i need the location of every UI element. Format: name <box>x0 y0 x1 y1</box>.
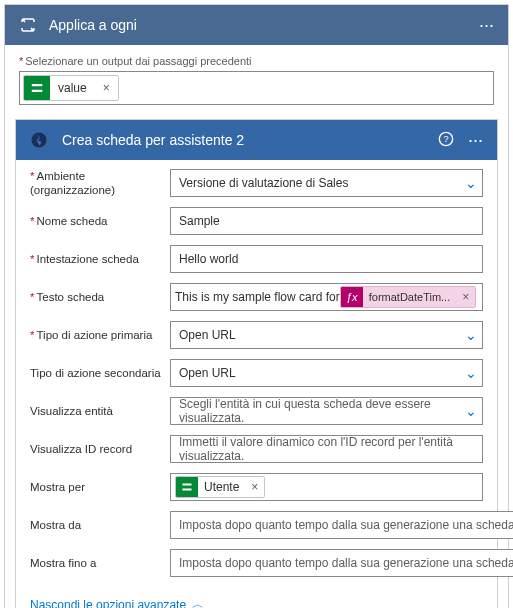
primary-action-select[interactable]: Open URL <box>170 321 483 349</box>
view-record-input[interactable]: Immetti il valore dinamico con l'ID reco… <box>170 435 483 463</box>
apply-to-each-title: Applica a ogni <box>43 17 473 33</box>
array-icon <box>24 75 50 101</box>
user-chip-label: Utente <box>198 480 245 494</box>
create-card-action: Crea scheda per assistente 2 ? ··· Ambie… <box>15 119 498 608</box>
show-until-label: Mostra fino a <box>30 557 96 569</box>
user-chip[interactable]: Utente × <box>175 476 265 498</box>
apply-to-each-card: Applica a ogni ··· Selezionare un output… <box>4 4 509 608</box>
env-label: Ambiente (organizzazione) <box>30 170 115 196</box>
view-entity-label: Visualizza entità <box>30 405 113 417</box>
select-output-label: Selezionare un output dai passaggi prece… <box>5 45 508 71</box>
create-card-menu[interactable]: ··· <box>462 130 489 151</box>
show-from-input[interactable]: Imposta dopo quanto tempo dalla sua gene… <box>170 511 513 539</box>
apply-to-each-header[interactable]: Applica a ogni ··· <box>5 5 508 45</box>
primary-action-label: Tipo di azione primaria <box>30 329 152 341</box>
dynamics-icon <box>24 125 54 155</box>
card-header-input[interactable]: Hello world <box>170 245 483 273</box>
svg-point-0 <box>32 133 47 148</box>
card-text-input[interactable]: This is my sample flow card for ƒx forma… <box>170 283 483 311</box>
form-body: Ambiente (organizzazione) Versione di va… <box>16 160 497 590</box>
help-icon[interactable]: ? <box>430 131 462 150</box>
secondary-action-label: Tipo di azione secondaria <box>30 367 161 379</box>
fx-chip-remove[interactable]: × <box>456 290 475 304</box>
card-header-label: Intestazione scheda <box>30 253 139 265</box>
card-text-label: Testo scheda <box>30 291 104 303</box>
fx-chip[interactable]: ƒx formatDateTim... × <box>340 286 477 308</box>
env-select[interactable]: Versione di valutazione di Sales <box>170 169 483 197</box>
show-until-input[interactable]: Imposta dopo quanto tempo dalla sua gene… <box>170 549 513 577</box>
show-from-label: Mostra da <box>30 519 81 531</box>
create-card-header[interactable]: Crea scheda per assistente 2 ? ··· <box>16 120 497 160</box>
card-name-label: Nome scheda <box>30 215 107 227</box>
secondary-action-select[interactable]: Open URL <box>170 359 483 387</box>
card-name-input[interactable]: Sample <box>170 207 483 235</box>
view-entity-select[interactable]: Scegli l'entità in cui questa scheda dev… <box>170 397 483 425</box>
fx-icon: ƒx <box>341 286 363 308</box>
card-text-prefix: This is my sample flow card for <box>175 290 340 304</box>
view-record-label: Visualizza ID record <box>30 443 132 455</box>
value-chip[interactable]: value × <box>23 75 119 101</box>
hide-advanced-link[interactable]: Nascondi le opzioni avanzate ︿ <box>16 590 218 608</box>
svg-text:?: ? <box>443 134 448 144</box>
value-chip-remove[interactable]: × <box>95 81 118 95</box>
user-chip-remove[interactable]: × <box>245 480 264 494</box>
fx-chip-label: formatDateTim... <box>363 291 457 303</box>
value-chip-label: value <box>50 81 95 95</box>
select-output-field[interactable]: value × <box>19 71 494 105</box>
apply-to-each-menu[interactable]: ··· <box>473 15 500 36</box>
create-card-title: Crea scheda per assistente 2 <box>54 132 430 148</box>
chevron-up-icon: ︿ <box>192 596 204 608</box>
show-for-label: Mostra per <box>30 481 85 493</box>
show-for-input[interactable]: Utente × <box>170 473 483 501</box>
loop-icon <box>13 10 43 40</box>
user-token-icon <box>176 476 198 498</box>
